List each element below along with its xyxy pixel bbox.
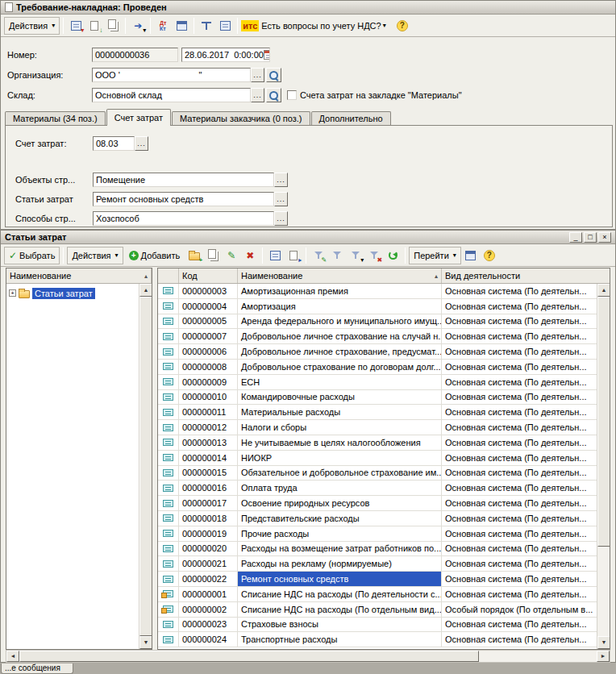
cell-activity[interactable]: Основная система (По деятельн... [442,284,597,299]
cell-name[interactable]: Списание НДС на расходы (По деятельности… [238,587,442,602]
cell-name[interactable]: Налоги и сборы [238,420,442,435]
grid-header-name[interactable]: Наименование ▴ [238,268,442,283]
cell-activity[interactable]: Основная система (По деятельн... [442,314,597,330]
row-marker-cell[interactable] [158,314,179,330]
tree-vertical-scrollbar[interactable]: ▲ ▼ [139,284,152,649]
cell-code[interactable]: 000000001 [179,587,238,602]
cell-activity[interactable]: Особый порядок (По отдельным в... [442,602,597,618]
cost-items-titlebar[interactable]: Статьи затрат _ □ × [1,231,615,244]
cell-code[interactable]: 000000014 [179,451,238,466]
cell-code[interactable]: 000000022 [179,572,238,587]
filter-button[interactable] [328,247,346,264]
row-marker-cell[interactable] [158,466,179,481]
cell-code[interactable]: 000000021 [179,556,238,572]
goto-menu-button[interactable]: Перейти ▾ [409,247,461,264]
row-marker-cell[interactable] [158,556,179,572]
cost-accounts-checkbox[interactable] [287,90,297,100]
help-button[interactable]: ? [393,17,411,35]
table-row[interactable]: 000000017Освоение природных ресурсовОсно… [158,496,597,511]
cell-name[interactable]: ЕСН [238,375,442,390]
scroll-down-icon[interactable]: ▼ [597,636,610,649]
cell-code[interactable]: 000000009 [179,375,238,390]
scroll-left-icon[interactable]: ◄ [6,651,19,662]
cell-activity[interactable]: Основная система (По деятельн... [442,481,597,496]
table-row[interactable]: 000000004АмортизацияОсновная система (По… [158,299,597,314]
cell-name[interactable]: Не учитываемые в целях налогообложения [238,435,442,451]
cell-name[interactable]: НИОКР [238,451,442,466]
minimize-button[interactable]: _ [569,232,582,243]
tab-cost-account[interactable]: Счет затрат [106,109,171,126]
cell-code[interactable]: 000000011 [179,405,238,420]
row-marker-cell[interactable] [158,542,179,557]
row-marker-cell[interactable] [158,572,179,587]
warehouse-open-button[interactable] [266,88,281,102]
cell-code[interactable]: 000000008 [179,360,238,375]
filter-by-value-button[interactable]: ▾ [347,247,364,264]
cell-name[interactable]: Списание НДС на расходы (По отдельным ви… [238,602,442,618]
cell-code[interactable]: 000000013 [179,435,238,451]
service-messages-tab[interactable]: ...е сообщения [1,664,73,674]
tree-header-name[interactable]: Наименование ▴ [6,268,152,283]
table-row[interactable]: 000000024Транспортные расходыОсновная си… [158,632,597,647]
table-row[interactable]: 000000014НИОКРОсновная система (По деяте… [158,451,597,466]
document-titlebar[interactable]: Требование-накладная: Проведен [1,1,615,15]
calendar-button[interactable] [264,50,270,60]
scroll-thumb[interactable] [597,297,610,547]
delete-button[interactable]: ✖ [241,247,259,264]
cell-code[interactable]: 000000005 [179,314,238,330]
list-actions-menu-button[interactable]: Действия ▾ [67,247,123,264]
cell-name[interactable]: Освоение природных ресурсов [238,496,442,511]
row-marker-cell[interactable] [158,375,179,390]
number-input[interactable]: 00000000036 [92,48,178,62]
table-row[interactable]: 000000003Амортизационная премияОсновная … [158,284,597,299]
tab-additional[interactable]: Дополнительно [311,111,391,126]
table-row[interactable]: 000000009ЕСНОсновная система (По деятель… [158,375,597,390]
cell-name[interactable]: Ремонт основных средств [238,572,442,587]
cost-items-ellipsis-button[interactable]: ... [274,192,288,206]
cell-name[interactable]: Добровольное личное страхование, предусм… [238,344,442,360]
cell-name[interactable]: Страховые взносы [238,618,442,633]
cell-name[interactable]: Добровольное личное страхование на случа… [238,329,442,344]
filter-settings-button[interactable]: ✎ [310,247,327,264]
cell-activity[interactable]: Основная система (По деятельн... [442,572,597,587]
cell-name[interactable]: Аренда федерального и муниципального иму… [238,314,442,330]
cell-activity[interactable]: Основная система (По деятельн... [442,556,597,572]
cell-activity[interactable]: Основная система (По деятельн... [442,299,597,314]
report-button[interactable] [216,17,234,35]
row-marker-cell[interactable] [158,420,179,435]
cell-name[interactable]: Добровольное страхование по договорам до… [238,360,442,375]
row-marker-cell[interactable] [158,451,179,466]
construction-objects-ellipsis-button[interactable]: ... [274,173,288,187]
cell-activity[interactable]: Основная система (По деятельн... [442,587,597,602]
edit-button[interactable]: ✎ [223,247,240,264]
warehouse-ellipsis-button[interactable]: ... [251,88,264,102]
cell-activity[interactable]: Основная система (По деятельн... [442,542,597,557]
list-help-button[interactable]: ? [481,247,498,264]
row-marker-cell[interactable] [158,618,179,633]
table-row[interactable]: 000000011Материальные расходыОсновная си… [158,405,597,420]
grid-vertical-scrollbar[interactable]: ▲ ▼ [597,284,610,649]
row-marker-cell[interactable] [158,390,179,406]
table-row[interactable]: 000000012Налоги и сборыОсновная система … [158,420,597,435]
cell-activity[interactable]: Основная система (По деятельн... [442,420,597,435]
maximize-button[interactable]: □ [584,232,597,243]
add-button[interactable]: + Добавить [124,247,185,264]
cell-name[interactable]: Амортизация [238,299,442,314]
cell-name[interactable]: Амортизационная премия [238,284,442,299]
horizontal-scrollbar[interactable]: ◄ ► [6,650,610,663]
row-marker-cell[interactable] [158,481,179,496]
cost-account-input[interactable]: 08.03 [93,136,135,151]
table-row[interactable]: 000000013Не учитываемые в целях налогооб… [158,435,597,451]
expand-icon[interactable]: + [9,289,16,297]
construction-methods-input[interactable]: Хозспособ [93,211,274,226]
tree-root-row[interactable]: + Статьи затрат [6,285,139,301]
cell-activity[interactable]: Основная система (По деятельн... [442,451,597,466]
cell-code[interactable]: 000000004 [179,299,238,314]
cell-name[interactable]: Расходы на рекламу (нормируемые) [238,556,442,572]
cell-name[interactable]: Обязательное и добровольное страхование … [238,466,442,481]
cell-activity[interactable]: Основная система (По деятельн... [442,405,597,420]
organization-open-button[interactable] [266,68,281,82]
add-group-button[interactable]: + [185,247,203,264]
dtkt-button[interactable]: ДтКт [154,17,172,35]
row-marker-cell[interactable] [158,344,179,360]
